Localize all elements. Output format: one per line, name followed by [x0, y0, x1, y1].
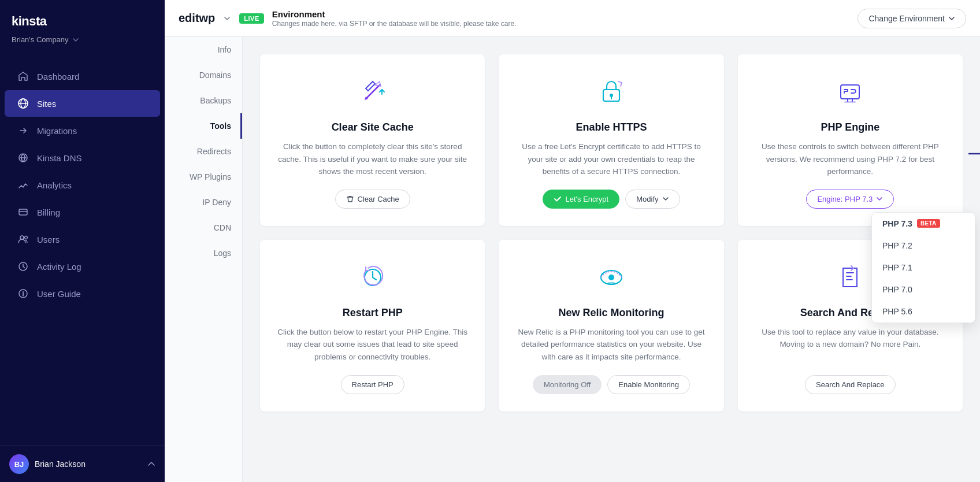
sidebar-item-migrations[interactable]: Migrations	[5, 117, 160, 144]
tool-desc: Use these controls to switch between dif…	[754, 140, 946, 178]
clear-cache-button[interactable]: Clear Cache	[335, 190, 410, 209]
user-info: BJ Brian Jackson	[9, 454, 86, 474]
subnav-item-backups[interactable]: Backups	[165, 88, 242, 113]
main-content: editwp LIVE Environment Changes made her…	[165, 0, 980, 482]
tool-desc: Use this tool to replace any value in yo…	[754, 326, 946, 364]
beta-badge: BETA	[917, 219, 940, 228]
tool-actions: Search And Replace	[805, 375, 896, 394]
clear-cache-icon	[352, 72, 393, 112]
svg-rect-19	[608, 282, 615, 284]
sub-nav: Info Domains Backups Tools Redirects WP …	[165, 37, 243, 482]
tool-desc: New Relic is a PHP monitoring tool you c…	[515, 326, 707, 364]
tool-actions: Clear Cache	[335, 190, 410, 209]
env-title: Environment	[272, 9, 850, 19]
svg-point-7	[25, 236, 28, 239]
search-replace-button[interactable]: Search And Replace	[805, 375, 896, 394]
restart-php-button[interactable]: Restart PHP	[341, 375, 404, 394]
sidebar-item-activity-log[interactable]: Activity Log	[5, 253, 160, 280]
trash-icon	[346, 195, 354, 203]
subnav-item-wp-plugins[interactable]: WP Plugins	[165, 164, 242, 190]
content-area: Info Domains Backups Tools Redirects WP …	[165, 37, 980, 482]
php-dropdown: PHP 7.3 BETA PHP 7.2 PHP 7.1 PHP 7.0	[871, 212, 975, 323]
company-selector[interactable]: Brian's Company	[12, 33, 79, 46]
svg-rect-14	[844, 101, 856, 103]
chevron-down-icon	[72, 36, 79, 43]
tool-card-restart-php: Restart PHP Click the button below to re…	[260, 240, 485, 411]
php-option-71[interactable]: PHP 7.1	[872, 257, 975, 279]
sidebar-item-user-guide[interactable]: User Guide	[5, 280, 160, 307]
dropdown-arrow-icon[interactable]	[223, 14, 231, 23]
lets-encrypt-button[interactable]: Let's Encrypt	[543, 190, 619, 209]
subnav-item-logs[interactable]: Logs	[165, 240, 242, 266]
svg-point-18	[608, 275, 614, 280]
env-info: Environment Changes made here, via SFTP …	[272, 9, 850, 28]
tool-desc: Click the button to completely clear thi…	[276, 140, 469, 178]
activity-icon	[17, 261, 29, 272]
php-option-56[interactable]: PHP 5.6	[872, 301, 975, 322]
sidebar-item-label: Dashboard	[37, 72, 79, 81]
sidebar-item-sites[interactable]: Sites	[5, 90, 160, 117]
tool-actions: Let's Encrypt Modify	[543, 190, 680, 209]
subnav-item-info[interactable]: Info	[165, 37, 242, 62]
sidebar-item-billing[interactable]: Billing	[5, 199, 160, 225]
user-name: Brian Jackson	[35, 459, 86, 469]
tool-title: Clear Site Cache	[332, 121, 414, 134]
tool-card-new-relic: New Relic Monitoring New Relic is a PHP …	[499, 240, 723, 411]
new-relic-icon	[591, 257, 632, 298]
tool-desc: Click the button below to restart your P…	[276, 326, 469, 364]
subnav-item-domains[interactable]: Domains	[165, 62, 242, 88]
tool-title: PHP Engine	[821, 121, 879, 134]
subnav-item-tools[interactable]: Tools	[165, 113, 242, 139]
sidebar-item-label: Activity Log	[37, 262, 81, 272]
live-badge: LIVE	[239, 13, 263, 24]
php-option-70[interactable]: PHP 7.0	[872, 279, 975, 301]
svg-text:kinsta: kinsta	[12, 14, 47, 28]
php-option-73[interactable]: PHP 7.3 BETA	[872, 213, 975, 235]
billing-icon	[17, 206, 29, 218]
kinsta-wordmark: kinsta	[12, 13, 69, 29]
subnav-item-redirects[interactable]: Redirects	[165, 139, 242, 164]
sidebar-item-dashboard[interactable]: Dashboard	[5, 63, 160, 90]
subnav-item-cdn[interactable]: CDN	[165, 215, 242, 240]
page-content: Clear Site Cache Click the button to com…	[243, 37, 980, 482]
tool-title: Restart PHP	[343, 307, 403, 319]
sidebar-item-analytics[interactable]: Analytics	[5, 172, 160, 198]
tool-card-php-engine: PHP Engine Use these controls to switch …	[738, 54, 963, 226]
kinsta-logo: kinsta Brian's Company	[12, 13, 79, 46]
modify-button[interactable]: Modify	[625, 190, 680, 209]
sidebar-item-users[interactable]: Users	[5, 226, 160, 253]
tool-card-enable-https: Enable HTTPS Use a free Let's Encrypt ce…	[499, 54, 723, 226]
tool-actions: Monitoring Off Enable Monitoring	[533, 375, 690, 394]
search-replace-icon	[830, 257, 870, 298]
sidebar-item-label: Users	[37, 235, 60, 244]
logo-text: kinsta	[12, 13, 79, 33]
monitoring-off-button[interactable]: Monitoring Off	[533, 375, 602, 394]
check-icon	[554, 195, 562, 203]
sidebar-item-label: User Guide	[37, 289, 81, 299]
php-option-72[interactable]: PHP 7.2	[872, 235, 975, 257]
sidebar-nav: Dashboard Sites Migrations Kinsta DNS	[0, 57, 165, 446]
company-name: Brian's Company	[12, 35, 69, 44]
site-name: editwp	[179, 12, 215, 25]
chevron-down-icon	[948, 15, 955, 22]
tool-title: New Relic Monitoring	[558, 307, 664, 319]
sidebar-header: kinsta Brian's Company	[0, 0, 165, 57]
sidebar-item-kinsta-dns[interactable]: Kinsta DNS	[5, 144, 160, 171]
subnav-item-ip-deny[interactable]: IP Deny	[165, 190, 242, 215]
tool-title: Enable HTTPS	[576, 121, 647, 134]
php-engine-button[interactable]: Engine: PHP 7.3	[806, 190, 894, 209]
chevron-up-icon	[147, 460, 155, 468]
topbar: editwp LIVE Environment Changes made her…	[165, 0, 980, 37]
change-environment-button[interactable]: Change Environment	[858, 9, 966, 28]
sidebar-item-label: Billing	[37, 207, 60, 217]
svg-rect-13	[841, 85, 859, 99]
users-icon	[17, 233, 29, 245]
enable-https-icon	[591, 72, 632, 112]
enable-monitoring-button[interactable]: Enable Monitoring	[607, 375, 690, 394]
tools-grid: Clear Site Cache Click the button to com…	[260, 54, 963, 411]
guide-icon	[17, 288, 29, 299]
tool-desc: Use a free Let's Encrypt certificate to …	[515, 140, 707, 178]
php-engine-icon	[830, 72, 870, 112]
tool-actions: Engine: PHP 7.3 PHP 7.3 BETA PHP 7.2	[754, 190, 946, 209]
sidebar-item-label: Kinsta DNS	[37, 153, 82, 163]
